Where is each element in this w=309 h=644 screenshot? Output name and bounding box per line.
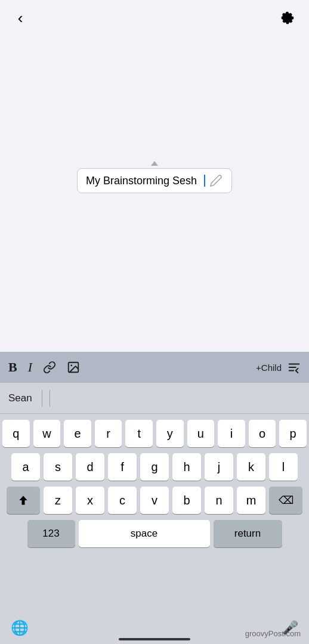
key-row-3: z x c v b n m ⌫	[2, 487, 307, 514]
key-row-4: 123 space return	[2, 520, 307, 547]
key-e[interactable]: e	[64, 420, 91, 447]
key-a[interactable]: a	[11, 453, 40, 481]
formatting-toolbar: B I +Child	[0, 352, 309, 383]
predictive-word[interactable]: Sean	[8, 392, 32, 404]
space-key[interactable]: space	[79, 520, 210, 547]
return-key[interactable]: return	[214, 520, 282, 547]
key-k[interactable]: k	[237, 453, 265, 481]
node-container[interactable]: My Brainstorming Sesh	[77, 161, 232, 193]
key-s[interactable]: s	[44, 453, 72, 481]
key-v[interactable]: v	[140, 487, 169, 514]
key-f[interactable]: f	[108, 453, 137, 481]
numbers-key[interactable]: 123	[27, 520, 75, 547]
italic-button[interactable]: I	[28, 360, 32, 375]
key-y[interactable]: y	[156, 420, 184, 447]
key-m[interactable]: m	[237, 487, 265, 514]
shift-key[interactable]	[7, 487, 40, 514]
svg-point-1	[70, 364, 72, 366]
watermark: groovyPost.com	[245, 629, 301, 638]
home-indicator	[119, 638, 190, 640]
divider-2	[50, 390, 50, 407]
key-z[interactable]: z	[44, 487, 72, 514]
key-d[interactable]: d	[76, 453, 104, 481]
key-w[interactable]: w	[33, 420, 61, 447]
key-g[interactable]: g	[140, 453, 169, 481]
delete-key[interactable]: ⌫	[269, 487, 302, 514]
dismiss-keyboard-button[interactable]	[288, 361, 301, 374]
settings-button[interactable]	[277, 7, 298, 29]
key-h[interactable]: h	[172, 453, 201, 481]
key-t[interactable]: t	[125, 420, 153, 447]
back-icon: ‹	[18, 10, 23, 26]
gear-icon	[279, 9, 296, 27]
key-n[interactable]: n	[205, 487, 233, 514]
text-cursor	[204, 175, 205, 187]
node-indicator	[151, 161, 158, 166]
key-row-2: a s d f g h j k l	[2, 453, 307, 481]
toolbar-left: B I	[8, 360, 256, 375]
globe-button[interactable]: 🌐	[11, 620, 29, 636]
key-o[interactable]: o	[249, 420, 276, 447]
bold-button[interactable]: B	[8, 360, 17, 375]
key-r[interactable]: r	[95, 420, 122, 447]
key-j[interactable]: j	[205, 453, 233, 481]
node-text: My Brainstorming Sesh	[86, 175, 203, 187]
top-bar: ‹	[0, 0, 309, 36]
node-box[interactable]: My Brainstorming Sesh	[77, 168, 232, 193]
key-q[interactable]: q	[2, 420, 30, 447]
image-button[interactable]	[67, 361, 80, 374]
key-i[interactable]: i	[218, 420, 245, 447]
divider-1	[42, 390, 42, 407]
keyboard: Sean q w e r t y u i o p a s d f g h j	[0, 383, 309, 644]
toolbar-right: +Child	[256, 361, 301, 374]
key-row-1: q w e r t y u i o p	[2, 420, 307, 447]
predictive-dividers	[38, 390, 54, 407]
edit-icon	[209, 174, 223, 188]
key-b[interactable]: b	[172, 487, 201, 514]
key-u[interactable]: u	[187, 420, 215, 447]
keys-area: q w e r t y u i o p a s d f g h j k l	[0, 414, 309, 556]
link-button[interactable]	[43, 361, 56, 374]
key-c[interactable]: c	[108, 487, 137, 514]
key-p[interactable]: p	[279, 420, 307, 447]
key-l[interactable]: l	[269, 453, 298, 481]
predictive-row: Sean	[0, 383, 309, 414]
key-x[interactable]: x	[76, 487, 104, 514]
canvas-area: My Brainstorming Sesh	[0, 0, 309, 352]
add-child-button[interactable]: +Child	[256, 363, 282, 373]
back-button[interactable]: ‹	[11, 8, 30, 27]
